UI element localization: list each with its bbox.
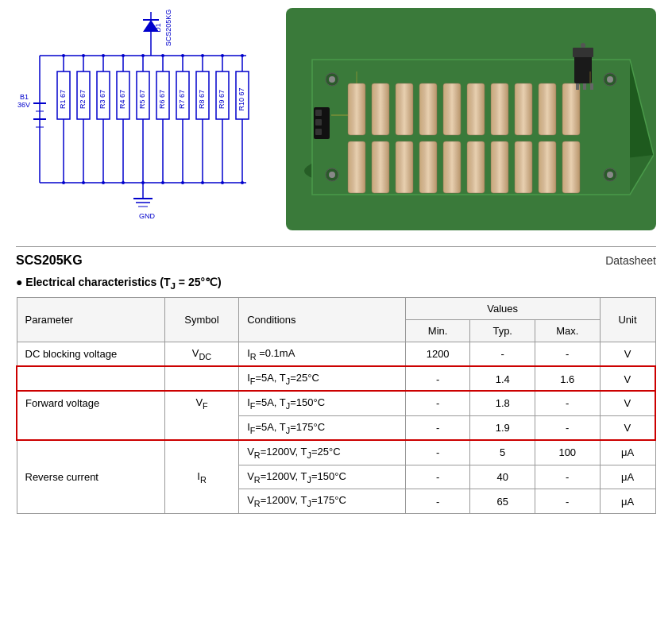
header-max: Max. [535, 319, 600, 342]
svg-point-32 [102, 54, 105, 57]
conditions-rc3: VR=1200V, TJ=175°C [239, 489, 406, 514]
typ-rc1: 5 [470, 440, 535, 465]
svg-text:R10 67: R10 67 [238, 87, 245, 110]
header-unit: Unit [600, 297, 655, 342]
circuit-diagram: B1 36V D1 SCS205KG R1 67 [16, 8, 270, 230]
svg-rect-121 [315, 110, 322, 116]
svg-text:GND: GND [139, 212, 156, 220]
svg-text:R7 67: R7 67 [178, 90, 186, 109]
max-fv1: 1.6 [535, 366, 600, 391]
svg-point-38 [122, 54, 125, 57]
svg-rect-105 [467, 141, 485, 193]
table-row: Reverse current IR VR=1200V, TJ=25°C - 5… [17, 440, 655, 465]
header-values: Values [405, 297, 600, 319]
svg-rect-111 [539, 141, 556, 193]
unit-dc: V [600, 342, 655, 366]
svg-text:SCS205KG: SCS205KG [164, 10, 172, 47]
svg-point-44 [141, 54, 145, 57]
svg-text:36V: 36V [17, 101, 30, 109]
svg-point-21 [62, 181, 65, 184]
svg-rect-103 [443, 141, 461, 193]
svg-text:R5 67: R5 67 [138, 90, 146, 109]
svg-point-69 [221, 181, 224, 184]
typ-fv3: 1.9 [470, 415, 535, 440]
max-rc2: - [535, 465, 600, 489]
conditions-fv1: IF=5A, TJ=25°C [239, 366, 406, 391]
temp-condition: (TJ = 25°℃) [160, 276, 222, 288]
svg-rect-115 [576, 83, 579, 90]
svg-rect-110 [539, 83, 556, 135]
typ-fv1: 1.4 [470, 366, 535, 391]
typ-dc: - [470, 342, 535, 366]
min-dc: 1200 [405, 342, 470, 366]
param-reverse-current: Reverse current [17, 440, 164, 513]
conditions-fv3: IF=5A, TJ=175°C [239, 415, 406, 440]
header-conditions: Conditions [239, 297, 406, 342]
symbol-ir: IR [164, 440, 238, 513]
svg-rect-96 [372, 83, 389, 135]
svg-point-51 [161, 181, 164, 184]
header-symbol: Symbol [164, 297, 238, 342]
svg-rect-95 [348, 141, 365, 193]
min-rc3: - [405, 489, 470, 514]
svg-text:R9 67: R9 67 [218, 90, 226, 109]
max-rc1: 100 [535, 440, 600, 465]
unit-fv1: V [600, 366, 655, 391]
svg-rect-116 [583, 83, 586, 90]
svg-rect-108 [515, 83, 532, 135]
svg-text:B1: B1 [20, 93, 29, 101]
max-rc3: - [535, 489, 600, 514]
max-fv3: - [535, 415, 600, 440]
svg-rect-114 [574, 56, 592, 83]
datasheet-section: SCS205KG Datasheet ● Electrical characte… [16, 246, 656, 514]
svg-point-27 [82, 181, 85, 184]
unit-rc1: μA [600, 440, 655, 465]
svg-rect-102 [443, 83, 461, 135]
svg-rect-118 [573, 48, 593, 57]
svg-rect-123 [315, 129, 322, 135]
svg-text:R3 67: R3 67 [98, 90, 106, 109]
svg-point-119 [581, 43, 585, 48]
svg-text:R8 67: R8 67 [198, 90, 206, 109]
svg-point-56 [181, 54, 184, 57]
svg-rect-101 [419, 141, 437, 193]
svg-point-63 [201, 181, 204, 184]
svg-point-93 [607, 172, 613, 178]
svg-rect-98 [396, 83, 413, 135]
typ-rc3: 65 [470, 489, 535, 514]
header-typ: Typ. [470, 319, 535, 342]
svg-point-62 [201, 54, 204, 57]
svg-rect-113 [562, 141, 580, 193]
svg-text:R4 67: R4 67 [118, 90, 126, 109]
max-fv2: - [535, 391, 600, 415]
svg-rect-122 [315, 119, 322, 126]
conditions-rc2: VR=1200V, TJ=150°C [239, 465, 406, 489]
svg-point-75 [241, 181, 244, 184]
svg-point-57 [181, 181, 184, 184]
svg-point-50 [161, 54, 164, 57]
header-parameter: Parameter [17, 297, 164, 342]
svg-point-87 [329, 76, 335, 83]
unit-fv3: V [600, 415, 655, 440]
symbol-vdc: VDC [164, 342, 238, 366]
table-row: DC blocking voltage VDC IR =0.1mA 1200 -… [17, 342, 655, 366]
svg-text:D1: D1 [154, 23, 162, 33]
svg-rect-104 [467, 83, 485, 135]
svg-point-26 [82, 54, 85, 57]
param-forward-voltage: Forward voltage [17, 366, 164, 440]
unit-rc3: μA [600, 489, 655, 514]
svg-point-39 [122, 181, 125, 184]
svg-point-68 [221, 54, 224, 57]
table-header-row: Parameter Symbol Conditions Values Unit [17, 297, 655, 319]
svg-text:R1 67: R1 67 [59, 90, 67, 109]
svg-point-89 [607, 76, 613, 83]
min-fv3: - [405, 415, 470, 440]
typ-fv2: 1.8 [470, 391, 535, 415]
svg-text:R2 67: R2 67 [79, 90, 87, 109]
table-row: Forward voltage VF IF=5A, TJ=25°C - 1.4 … [17, 366, 655, 391]
datasheet-label: Datasheet [605, 254, 656, 267]
svg-point-20 [62, 54, 65, 57]
min-fv1: - [405, 366, 470, 391]
svg-point-33 [102, 181, 105, 184]
svg-rect-117 [590, 83, 593, 90]
